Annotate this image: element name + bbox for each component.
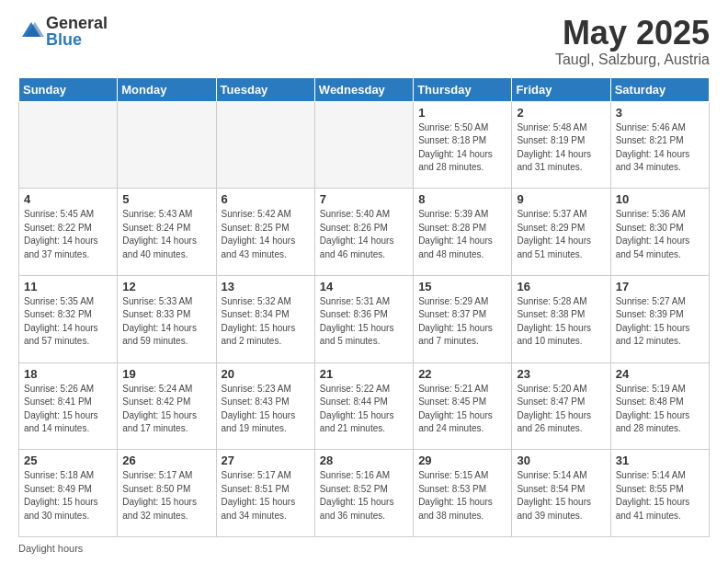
page: General Blue May 2025 Taugl, Salzburg, A… — [0, 0, 728, 563]
day-info: Sunrise: 5:42 AM Sunset: 8:25 PM Dayligh… — [222, 208, 310, 261]
day-info: Sunrise: 5:18 AM Sunset: 8:49 PM Dayligh… — [24, 469, 112, 523]
calendar-cell: 12Sunrise: 5:33 AM Sunset: 8:33 PM Dayli… — [118, 275, 216, 362]
day-info: Sunrise: 5:37 AM Sunset: 8:29 PM Dayligh… — [517, 208, 605, 261]
week-row-2: 11Sunrise: 5:35 AM Sunset: 8:32 PM Dayli… — [19, 275, 710, 362]
day-info: Sunrise: 5:27 AM Sunset: 8:39 PM Dayligh… — [616, 295, 704, 349]
day-info: Sunrise: 5:36 AM Sunset: 8:30 PM Dayligh… — [616, 208, 704, 261]
day-info: Sunrise: 5:19 AM Sunset: 8:48 PM Dayligh… — [616, 383, 704, 436]
day-number: 17 — [616, 280, 704, 293]
header: General Blue May 2025 Taugl, Salzburg, A… — [18, 15, 710, 68]
calendar-cell: 6Sunrise: 5:42 AM Sunset: 8:25 PM Daylig… — [216, 189, 314, 276]
day-number: 23 — [517, 367, 605, 381]
day-number: 22 — [418, 367, 506, 381]
day-number: 4 — [24, 192, 112, 206]
day-info: Sunrise: 5:46 AM Sunset: 8:21 PM Dayligh… — [616, 121, 704, 175]
day-info: Sunrise: 5:16 AM Sunset: 8:52 PM Dayligh… — [320, 469, 408, 523]
day-number: 31 — [616, 454, 704, 467]
footnote: Daylight hours — [18, 543, 710, 554]
day-info: Sunrise: 5:14 AM Sunset: 8:54 PM Dayligh… — [517, 469, 605, 523]
week-row-1: 4Sunrise: 5:45 AM Sunset: 8:22 PM Daylig… — [19, 189, 710, 276]
week-row-0: 1Sunrise: 5:50 AM Sunset: 8:18 PM Daylig… — [19, 101, 710, 189]
calendar-cell — [216, 101, 314, 189]
day-number: 29 — [418, 454, 506, 467]
weekday-header-monday: Monday — [118, 77, 216, 101]
calendar-cell: 28Sunrise: 5:16 AM Sunset: 8:52 PM Dayli… — [314, 450, 413, 537]
calendar-cell: 19Sunrise: 5:24 AM Sunset: 8:42 PM Dayli… — [118, 362, 216, 450]
day-info: Sunrise: 5:20 AM Sunset: 8:47 PM Dayligh… — [517, 383, 605, 436]
calendar-cell: 14Sunrise: 5:31 AM Sunset: 8:36 PM Dayli… — [314, 275, 413, 362]
day-number: 13 — [222, 280, 310, 293]
day-info: Sunrise: 5:15 AM Sunset: 8:53 PM Dayligh… — [418, 469, 506, 523]
weekday-header-thursday: Thursday — [414, 77, 512, 101]
calendar-cell: 9Sunrise: 5:37 AM Sunset: 8:29 PM Daylig… — [512, 189, 610, 276]
weekday-header-wednesday: Wednesday — [314, 77, 413, 101]
week-row-4: 25Sunrise: 5:18 AM Sunset: 8:49 PM Dayli… — [19, 450, 710, 537]
weekday-header-friday: Friday — [512, 77, 610, 101]
day-number: 28 — [320, 454, 408, 467]
day-info: Sunrise: 5:35 AM Sunset: 8:32 PM Dayligh… — [24, 295, 112, 349]
calendar-cell: 25Sunrise: 5:18 AM Sunset: 8:49 PM Dayli… — [19, 450, 118, 537]
calendar-table: SundayMondayTuesdayWednesdayThursdayFrid… — [18, 77, 710, 537]
day-number: 12 — [122, 280, 210, 293]
day-number: 1 — [418, 106, 506, 120]
day-info: Sunrise: 5:29 AM Sunset: 8:37 PM Dayligh… — [418, 295, 506, 349]
day-number: 8 — [418, 192, 506, 206]
calendar-cell: 31Sunrise: 5:14 AM Sunset: 8:55 PM Dayli… — [610, 450, 709, 537]
day-number: 6 — [222, 192, 310, 206]
weekday-header-row: SundayMondayTuesdayWednesdayThursdayFrid… — [19, 77, 710, 101]
logo-icon — [18, 18, 44, 44]
calendar-cell — [19, 101, 118, 189]
calendar-cell: 5Sunrise: 5:43 AM Sunset: 8:24 PM Daylig… — [118, 189, 216, 276]
day-info: Sunrise: 5:23 AM Sunset: 8:43 PM Dayligh… — [222, 383, 310, 436]
day-number: 26 — [122, 454, 210, 467]
calendar-cell: 27Sunrise: 5:17 AM Sunset: 8:51 PM Dayli… — [216, 450, 314, 537]
day-number: 27 — [222, 454, 310, 467]
calendar-cell: 7Sunrise: 5:40 AM Sunset: 8:26 PM Daylig… — [314, 189, 413, 276]
calendar-cell: 17Sunrise: 5:27 AM Sunset: 8:39 PM Dayli… — [610, 275, 709, 362]
logo: General Blue — [18, 15, 108, 48]
day-info: Sunrise: 5:14 AM Sunset: 8:55 PM Dayligh… — [616, 469, 704, 523]
calendar-cell: 21Sunrise: 5:22 AM Sunset: 8:44 PM Dayli… — [314, 362, 413, 450]
day-info: Sunrise: 5:21 AM Sunset: 8:45 PM Dayligh… — [418, 383, 506, 436]
day-info: Sunrise: 5:28 AM Sunset: 8:38 PM Dayligh… — [517, 295, 605, 349]
day-number: 24 — [616, 367, 704, 381]
logo-blue-text: Blue — [46, 31, 108, 48]
week-row-3: 18Sunrise: 5:26 AM Sunset: 8:41 PM Dayli… — [19, 362, 710, 450]
day-number: 21 — [320, 367, 408, 381]
calendar-cell: 26Sunrise: 5:17 AM Sunset: 8:50 PM Dayli… — [118, 450, 216, 537]
day-info: Sunrise: 5:17 AM Sunset: 8:50 PM Dayligh… — [122, 469, 210, 523]
day-info: Sunrise: 5:33 AM Sunset: 8:33 PM Dayligh… — [122, 295, 210, 349]
weekday-header-sunday: Sunday — [19, 77, 118, 101]
day-info: Sunrise: 5:24 AM Sunset: 8:42 PM Dayligh… — [122, 383, 210, 436]
day-number: 10 — [616, 192, 704, 206]
day-number: 25 — [24, 454, 112, 467]
weekday-header-saturday: Saturday — [610, 77, 709, 101]
day-number: 2 — [517, 106, 605, 120]
day-number: 30 — [517, 454, 605, 467]
calendar-header: SundayMondayTuesdayWednesdayThursdayFrid… — [19, 77, 710, 101]
calendar-cell — [314, 101, 413, 189]
day-number: 7 — [320, 192, 408, 206]
day-info: Sunrise: 5:48 AM Sunset: 8:19 PM Dayligh… — [517, 121, 605, 175]
calendar-cell: 8Sunrise: 5:39 AM Sunset: 8:28 PM Daylig… — [414, 189, 512, 276]
day-number: 3 — [616, 106, 704, 120]
day-number: 18 — [24, 367, 112, 381]
calendar-cell: 2Sunrise: 5:48 AM Sunset: 8:19 PM Daylig… — [512, 101, 610, 189]
day-info: Sunrise: 5:43 AM Sunset: 8:24 PM Dayligh… — [122, 208, 210, 261]
calendar-cell: 1Sunrise: 5:50 AM Sunset: 8:18 PM Daylig… — [414, 101, 512, 189]
day-info: Sunrise: 5:50 AM Sunset: 8:18 PM Dayligh… — [418, 121, 506, 175]
calendar-title: May 2025 — [555, 15, 710, 52]
day-number: 19 — [122, 367, 210, 381]
calendar-cell: 13Sunrise: 5:32 AM Sunset: 8:34 PM Dayli… — [216, 275, 314, 362]
calendar-cell: 3Sunrise: 5:46 AM Sunset: 8:21 PM Daylig… — [610, 101, 709, 189]
calendar-cell: 4Sunrise: 5:45 AM Sunset: 8:22 PM Daylig… — [19, 189, 118, 276]
calendar-cell: 18Sunrise: 5:26 AM Sunset: 8:41 PM Dayli… — [19, 362, 118, 450]
day-info: Sunrise: 5:22 AM Sunset: 8:44 PM Dayligh… — [320, 383, 408, 436]
calendar-cell: 29Sunrise: 5:15 AM Sunset: 8:53 PM Dayli… — [414, 450, 512, 537]
day-number: 14 — [320, 280, 408, 293]
logo-general-text: General — [46, 15, 108, 31]
calendar-cell: 20Sunrise: 5:23 AM Sunset: 8:43 PM Dayli… — [216, 362, 314, 450]
title-block: May 2025 Taugl, Salzburg, Austria — [555, 15, 710, 68]
calendar-body: 1Sunrise: 5:50 AM Sunset: 8:18 PM Daylig… — [19, 101, 710, 536]
day-number: 11 — [24, 280, 112, 293]
